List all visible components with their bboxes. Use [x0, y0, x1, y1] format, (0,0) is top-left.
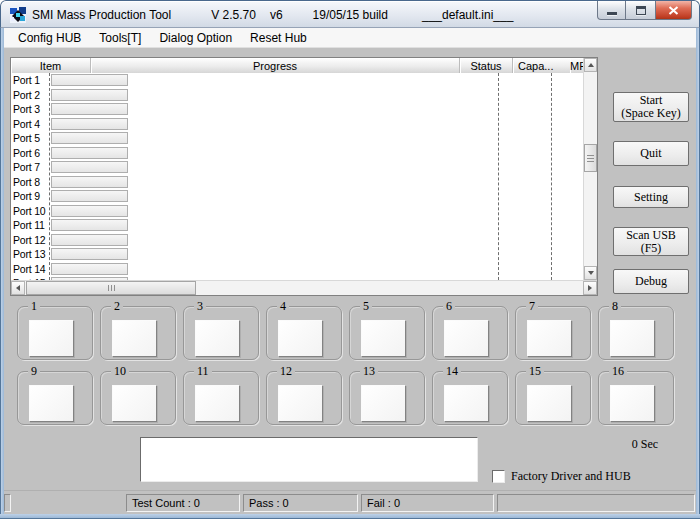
caption-buttons: [597, 1, 692, 20]
column-header[interactable]: Item: [11, 58, 91, 73]
slot-indicator: [195, 385, 240, 422]
listview-body: Port 1 Port 2 Port 3 Port 4 Port 5: [11, 73, 597, 280]
port-row[interactable]: Port 6: [11, 146, 597, 161]
slot-number: 4: [277, 299, 289, 313]
close-icon: [668, 6, 679, 15]
scan-usb-button[interactable]: Scan USB (F5): [613, 227, 689, 256]
port-listview: ItemProgressStatusCapa...MP T Port 1 Por…: [10, 57, 598, 296]
window-title: SMI Mass Production Tool V 2.5.70 v6 19/…: [32, 8, 513, 22]
slot-indicator: [361, 385, 406, 422]
slot-indicator: [361, 320, 406, 357]
port-row[interactable]: Port 7: [11, 160, 597, 175]
port-row[interactable]: Port 1: [11, 73, 597, 88]
button-label: Setting: [634, 191, 668, 204]
column-header[interactable]: Progress: [91, 58, 460, 73]
status-panel: Pass : 0: [243, 494, 358, 512]
port-label: Port 2: [13, 89, 40, 102]
minimize-button[interactable]: [597, 1, 626, 20]
slot-indicator: [527, 320, 572, 357]
port-row[interactable]: Port 4: [11, 117, 597, 132]
port-row[interactable]: Port 10: [11, 204, 597, 219]
title-version: V 2.5.70: [211, 8, 256, 22]
menu-item[interactable]: Tools[T]: [90, 29, 150, 47]
column-header[interactable]: Capa...: [513, 58, 570, 73]
title-build-date: 19/05/15 build: [313, 8, 388, 22]
slot-groupbox: 11: [183, 371, 259, 425]
close-button[interactable]: [655, 1, 692, 20]
port-progress-bar: [51, 147, 128, 159]
slot-indicator: [444, 320, 489, 357]
port-progress-bar: [51, 103, 128, 115]
slot-indicator: [610, 320, 655, 357]
menu-item[interactable]: Dialog Option: [150, 29, 241, 47]
window-border-bottom: [0, 514, 700, 519]
port-row[interactable]: Port 3: [11, 102, 597, 117]
slot-groupbox: 8: [598, 306, 674, 360]
start-button[interactable]: Start (Space Key): [613, 92, 689, 122]
port-label: Port 7: [13, 161, 40, 174]
menu-item[interactable]: Config HUB: [9, 29, 90, 47]
port-progress-bar: [51, 248, 128, 260]
status-panel: [497, 494, 695, 512]
debug-button[interactable]: Debug: [613, 269, 689, 294]
scroll-down-button[interactable]: [584, 266, 597, 280]
vertical-scrollbar[interactable]: [583, 58, 597, 280]
button-label: Scan USB: [626, 229, 676, 242]
port-progress-bar: [51, 89, 128, 101]
port-row[interactable]: Port 13: [11, 247, 597, 262]
port-row[interactable]: Port 9: [11, 189, 597, 204]
slot-groupbox: 13: [349, 371, 425, 425]
log-textbox[interactable]: [140, 437, 478, 482]
slot-number: 10: [111, 364, 129, 378]
slot-groupbox: 1: [17, 306, 93, 360]
port-progress-bar: [51, 234, 128, 246]
factory-driver-checkbox[interactable]: [492, 470, 505, 483]
scroll-up-button[interactable]: [584, 58, 597, 72]
port-label: Port 10: [13, 205, 45, 218]
column-header[interactable]: Status: [460, 58, 513, 73]
port-progress-bar: [51, 161, 128, 173]
scroll-left-button[interactable]: [11, 281, 25, 295]
slot-number: 2: [111, 299, 123, 313]
slot-indicator: [112, 385, 157, 422]
slot-groupbox: 7: [515, 306, 591, 360]
arrow-right-icon: [588, 285, 592, 291]
port-progress-bar: [51, 219, 128, 231]
slot-number: 14: [443, 364, 461, 378]
port-label: Port 8: [13, 176, 40, 189]
slot-number: 11: [194, 364, 212, 378]
slot-indicator: [112, 320, 157, 357]
port-row[interactable]: Port 2: [11, 88, 597, 103]
port-row[interactable]: Port 14: [11, 262, 597, 277]
slot-groupbox: 14: [432, 371, 508, 425]
menu-item[interactable]: Reset Hub: [241, 29, 316, 47]
slot-number: 16: [609, 364, 627, 378]
port-label: Port 14: [13, 263, 45, 276]
horizontal-scrollbar[interactable]: [11, 280, 597, 295]
button-label: Quit: [640, 147, 661, 160]
port-label: Port 11: [13, 219, 45, 232]
slot-number: 8: [609, 299, 621, 313]
slot-groupbox: 2: [100, 306, 176, 360]
port-row[interactable]: Port 11: [11, 218, 597, 233]
titlebar[interactable]: SMI Mass Production Tool V 2.5.70 v6 19/…: [0, 0, 700, 28]
port-row[interactable]: Port 5: [11, 131, 597, 146]
quit-button[interactable]: Quit: [613, 141, 689, 166]
port-progress-bar: [51, 74, 128, 86]
status-panel: [4, 494, 11, 512]
slot-number: 12: [277, 364, 295, 378]
slot-number: 1: [28, 299, 40, 313]
port-row[interactable]: Port 12: [11, 233, 597, 248]
menu-bar: Config HUBTools[T]Dialog OptionReset Hub: [4, 28, 696, 48]
port-label: Port 5: [13, 132, 40, 145]
maximize-button[interactable]: [626, 1, 655, 20]
horizontal-scroll-thumb[interactable]: [26, 281, 196, 295]
port-row[interactable]: Port 8: [11, 175, 597, 190]
vertical-scroll-thumb[interactable]: [584, 144, 597, 172]
port-label: Port 12: [13, 234, 45, 247]
slot-indicator: [29, 385, 74, 422]
port-progress-bar: [51, 118, 128, 130]
setting-button[interactable]: Setting: [613, 186, 689, 208]
scroll-right-button[interactable]: [583, 281, 597, 295]
port-progress-bar: [51, 132, 128, 144]
